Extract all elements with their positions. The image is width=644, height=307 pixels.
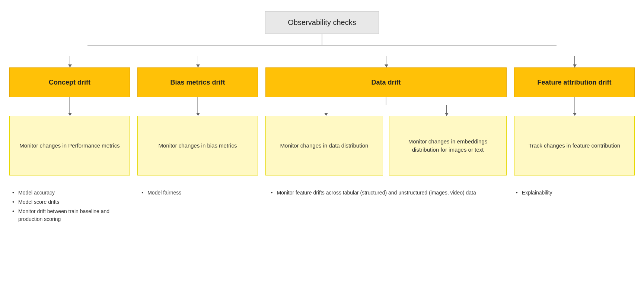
bias-metrics-desc-box: Monitor changes in bias metrics [137, 116, 258, 175]
data-drift-desc-box-1: Monitor changes in data distribution [265, 116, 383, 175]
data-drift-bullets: Monitor feature drifts across tabular (s… [268, 189, 505, 225]
data-drift-header: Data drift [265, 67, 507, 97]
feature-attribution-bullet-list: Explainability [516, 189, 632, 197]
data-drift-desc-2: Monitor changes in embeddings distributi… [395, 137, 500, 154]
data-drift-desc-box-2: Monitor changes in embeddings distributi… [389, 116, 507, 175]
concept-drift-bullet-1: Model accuracy [12, 189, 128, 197]
data-drift-sub-row: Monitor changes in data distribution Mon… [265, 116, 507, 175]
feature-attribution-tick [574, 56, 575, 67]
bias-metrics-desc: Monitor changes in bias metrics [159, 142, 237, 150]
data-drift-ticks [265, 105, 507, 116]
bias-metrics-bullet-1: Model fairness [141, 189, 257, 197]
concept-drift-bullet-list: Model accuracy Model score drifts Monito… [12, 189, 128, 223]
bias-metrics-bullets: Model fairness [138, 189, 260, 225]
concept-drift-desc-box: Monitor changes in Performance metrics [9, 116, 130, 175]
feature-attribution-connector [514, 97, 635, 116]
data-drift-col: Data drift Monitor changes in data distr… [265, 56, 507, 175]
data-drift-sub-col-1: Monitor changes in data distribution [265, 116, 383, 175]
bias-metrics-tick [198, 56, 198, 67]
diagram: Observability checks Concept drift Monit… [9, 11, 635, 225]
concept-drift-bullets: Model accuracy Model score drifts Monito… [9, 189, 131, 225]
concept-drift-bullet-3: Monitor drift between train baseline and… [12, 208, 128, 223]
concept-drift-label: Concept drift [49, 79, 90, 86]
data-drift-tick-left [326, 105, 326, 116]
feature-attribution-bullet-1: Explainability [516, 189, 632, 197]
feature-attribution-desc-box: Track changes in feature contribution [514, 116, 635, 175]
data-drift-bullet-1: Monitor feature drifts across tabular (s… [271, 189, 502, 197]
bias-metrics-bullet-list: Model fairness [141, 189, 257, 197]
concept-drift-tick [70, 56, 70, 67]
concept-drift-connector [9, 97, 130, 116]
bias-metrics-connector [137, 97, 258, 116]
level1-row: Concept drift Monitor changes in Perform… [9, 56, 635, 175]
data-drift-sub-col-2: Monitor changes in embeddings distributi… [389, 116, 507, 175]
bullets-row: Model accuracy Model score drifts Monito… [9, 189, 635, 225]
data-drift-desc-1: Monitor changes in data distribution [280, 142, 369, 150]
data-drift-tick-right [446, 105, 447, 116]
bias-metrics-col: Bias metrics drift Monitor changes in bi… [137, 56, 258, 175]
concept-drift-desc: Monitor changes in Performance metrics [19, 142, 119, 150]
concept-drift-header: Concept drift [9, 67, 130, 97]
bias-metrics-label: Bias metrics drift [170, 79, 225, 86]
feature-attribution-label: Feature attribution drift [538, 79, 612, 86]
feature-attribution-bullets: Explainability [513, 189, 635, 225]
concept-drift-col: Concept drift Monitor changes in Perform… [9, 56, 130, 175]
feature-attribution-col: Feature attribution drift Track changes … [514, 56, 635, 175]
data-drift-tick [386, 56, 386, 67]
concept-drift-bullet-2: Model score drifts [12, 198, 128, 206]
data-drift-bullet-list: Monitor feature drifts across tabular (s… [271, 189, 502, 197]
bias-metrics-header: Bias metrics drift [137, 67, 258, 97]
data-drift-connector [265, 97, 507, 116]
root-connector [9, 34, 635, 56]
root-label: Observability checks [288, 18, 356, 26]
data-drift-label: Data drift [371, 79, 401, 86]
feature-attribution-desc: Track changes in feature contribution [529, 142, 620, 150]
root-node: Observability checks [265, 11, 379, 34]
feature-attribution-header: Feature attribution drift [514, 67, 635, 97]
